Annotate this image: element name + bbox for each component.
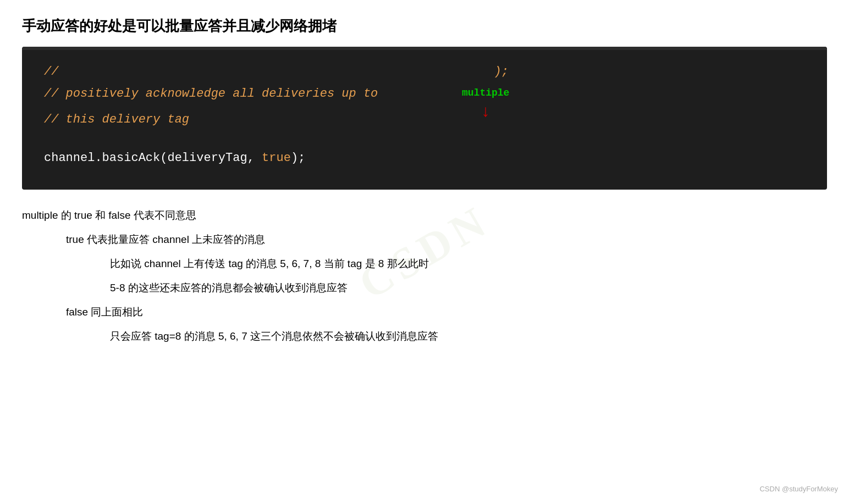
desc-line-1: true 代表批量应答 channel 上未应答的消息: [66, 229, 827, 250]
desc-line-2: 比如说 channel 上有传送 tag 的消息 5, 6, 7, 8 当前 t…: [110, 253, 827, 274]
annotation-arrow: ↓: [462, 102, 509, 122]
desc-line-3: 5-8 的这些还未应答的消息都会被确认收到消息应答: [110, 278, 827, 298]
desc-line-5: 只会应答 tag=8 的消息 5, 6, 7 这三个消息依然不会被确认收到消息应…: [110, 326, 827, 347]
code-comment-2: // this delivery tag: [44, 109, 189, 131]
csdn-attribution: CSDN @studyForMokey: [759, 485, 838, 493]
code-top-snippet: // );: [44, 61, 805, 83]
code-true-value: true: [262, 147, 291, 169]
annotation-label: multiple: [462, 84, 509, 102]
desc-line-4: false 同上面相比: [66, 302, 827, 323]
code-line-3: channel.basicAck(deliveryTag, true );: [44, 147, 805, 169]
description-section: multiple 的 true 和 false 代表不同意思 true 代表批量…: [22, 205, 827, 347]
code-line-2: // this delivery tag multiple ↓: [44, 109, 805, 131]
code-method: channel.basicAck(deliveryTag,: [44, 147, 262, 169]
code-comment-1: // positively acknowledge all deliveries…: [44, 83, 378, 105]
code-block: // ); // positively acknowledge all deli…: [22, 47, 827, 190]
annotation-multiple: multiple ↓: [462, 84, 509, 121]
code-paren: );: [291, 147, 305, 169]
page-title: 手动应答的好处是可以批量应答并且减少网络拥堵: [22, 16, 827, 36]
desc-line-0: multiple 的 true 和 false 代表不同意思: [22, 205, 827, 226]
code-line-1: // positively acknowledge all deliveries…: [44, 83, 805, 105]
